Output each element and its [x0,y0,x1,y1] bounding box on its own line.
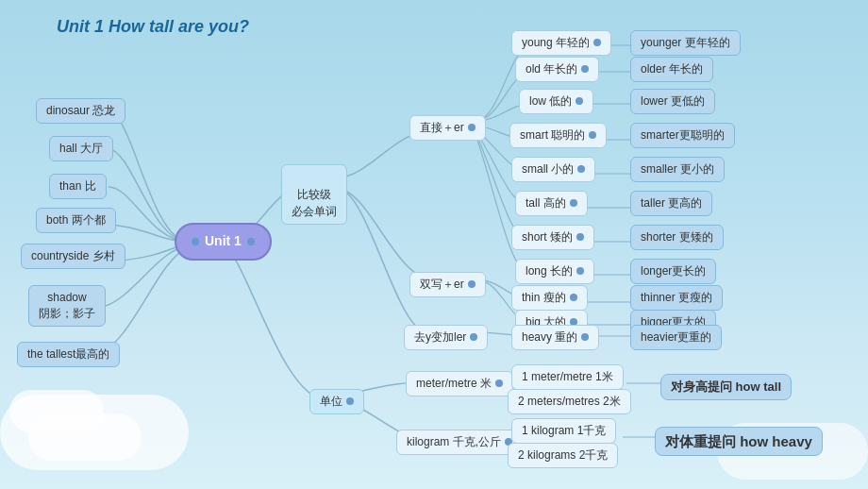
node-meter: meter/metre 米 [406,371,513,396]
page-title: Unit 1 How tall are you? [57,17,249,37]
quy-dot [470,333,477,341]
word-thin-base: thin 瘦的 [511,285,588,311]
word-heavier-comp: heavier更重的 [630,325,722,350]
old-dot [581,65,589,73]
word-lower-comp: lower 更低的 [630,89,715,114]
node-tallest: the tallest最高的 [17,342,120,367]
zhijie-dot [468,124,476,131]
word-short-base: short 矮的 [511,225,594,250]
shuangxie-dot [468,280,476,288]
low-dot [576,97,583,105]
node-both: both 两个都 [36,208,116,233]
word-older-comp: older 年长的 [630,57,713,82]
word-heavy-base: heavy 重的 [511,325,599,350]
kg-value-2: 2 kilograms 2千克 [508,443,618,468]
node-dinosaur: dinosaur 恐龙 [36,98,125,124]
node-zhijie: 直接＋er [409,115,486,141]
word-young-base: young 年轻的 [511,30,611,56]
question-how-tall: 对身高提问 how tall [660,374,792,400]
center-left-dot [192,238,199,245]
word-small-base: small 小的 [511,157,595,182]
word-smaller-comp: smaller 更小的 [630,157,725,182]
word-low-base: low 低的 [519,89,593,114]
meter-value-2: 2 meters/metres 2米 [508,389,631,414]
smart-dot [589,131,596,139]
node-than: than 比 [49,174,107,199]
thin-dot [570,294,577,301]
word-longer-comp: longer更长的 [630,259,716,284]
node-shuangxie: 双写＋er [409,272,486,297]
word-old-base: old 年长的 [515,57,599,82]
word-smarter-comp: smarter更聪明的 [630,123,735,148]
tall-dot [570,199,577,207]
meter-dot [495,379,503,387]
young-dot [593,39,601,46]
node-kilogram: kilogram 千克,公斤 [396,430,523,455]
word-smart-base: smart 聪明的 [509,123,607,148]
word-younger-comp: younger 更年轻的 [630,30,741,56]
node-bijiaoji: 比较级 必会单词 [281,164,347,225]
word-tall-base: tall 高的 [515,191,588,216]
question-how-heavy: 对体重提问 how heavy [655,427,823,456]
node-countryside: countryside 乡村 [21,244,125,269]
node-shadow: shadow 阴影；影子 [28,285,106,327]
meter-value-1: 1 meter/metre 1米 [511,364,624,390]
node-quy: 去y变加ler [404,325,488,350]
word-shorter-comp: shorter 更矮的 [630,225,724,250]
word-taller-comp: taller 更高的 [630,191,712,216]
word-long-base: long 长的 [515,259,594,284]
long-dot [576,267,584,275]
kg-value-1: 1 kilogram 1千克 [511,418,616,444]
short-dot [576,233,584,241]
small-dot [577,165,585,173]
node-hall: hall 大厅 [49,136,113,161]
heavy-dot [581,333,589,341]
center-node: Unit 1 [175,223,272,261]
word-thinner-comp: thinner 更瘦的 [630,285,723,311]
danwei-dot [346,397,354,405]
node-danwei: 单位 [309,389,364,414]
center-right-dot [247,238,255,245]
